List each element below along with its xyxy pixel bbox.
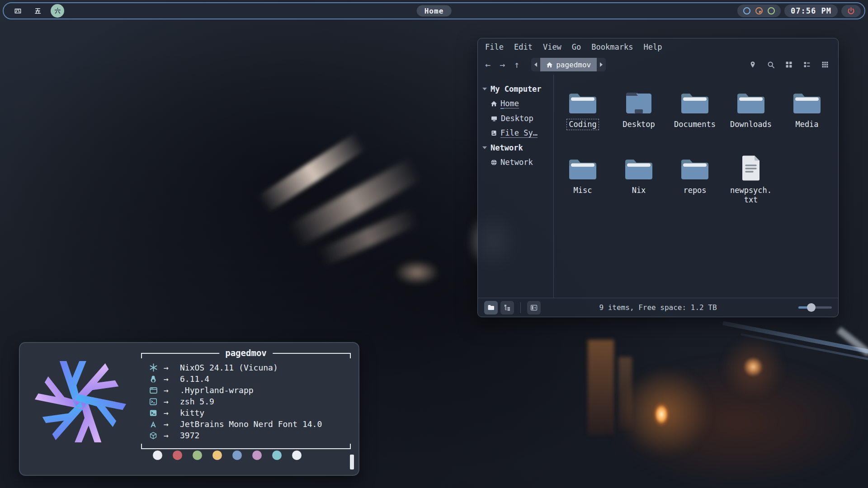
folder-desktop-icon <box>624 84 653 115</box>
sidebar-section-network[interactable]: Network <box>478 141 553 155</box>
palette-dot <box>232 450 242 460</box>
toolbar: ← → ↑ pagedmov <box>478 55 838 75</box>
sidebar-divider <box>553 75 554 298</box>
text-file-icon <box>741 150 761 181</box>
location-pin-icon[interactable] <box>747 59 759 70</box>
file-label: Downloads <box>728 119 774 130</box>
zoom-slider-knob[interactable] <box>807 303 816 312</box>
sidebar-item-filesy[interactable]: File Sy… <box>478 126 553 141</box>
circle-green-icon[interactable] <box>768 7 775 14</box>
status-bar: 9 items, Free space: 1.2 TB <box>478 298 838 317</box>
wallpaper-lantern-panel <box>588 340 614 435</box>
back-button[interactable]: ← <box>485 59 491 70</box>
fetch-value: zsh 5.9 <box>180 397 214 406</box>
file-label: Nix <box>630 185 648 196</box>
arrow-icon: → <box>164 374 180 384</box>
file-item-nix[interactable]: Nix <box>611 150 667 216</box>
path-segment-home[interactable]: pagedmov <box>540 58 597 71</box>
kanji-four-glyph-icon <box>14 7 22 15</box>
power-button[interactable] <box>841 5 861 17</box>
terminal-color-palette <box>153 450 302 460</box>
folder-icon <box>680 84 709 115</box>
sidebar-item-label: File Sy… <box>500 128 538 138</box>
folder-icon <box>568 84 597 115</box>
system-tray[interactable] <box>737 5 781 17</box>
places-pane-toggle[interactable] <box>484 301 498 314</box>
path-scroll-right-button[interactable] <box>597 58 606 71</box>
sidebar-item-label: Network <box>500 158 533 167</box>
sidebar-item-home[interactable]: Home <box>478 96 553 111</box>
fetch-value: 6.11.4 <box>180 374 209 384</box>
file-item-coding[interactable]: Coding <box>555 84 611 150</box>
forward-button[interactable]: → <box>500 59 505 70</box>
kernel-icon <box>149 375 164 383</box>
file-grid: CodingDesktopDocumentsDownloadsMediaMisc… <box>555 84 835 216</box>
workspace-kanji-five[interactable]: 五 <box>31 4 44 18</box>
path-scroll-left-button[interactable] <box>531 58 540 71</box>
file-item-desktop[interactable]: Desktop <box>611 84 667 150</box>
file-item-documents[interactable]: Documents <box>667 84 723 150</box>
sidebar-item-desktop[interactable]: Desktop <box>478 111 553 126</box>
icon-view-icon[interactable] <box>783 59 795 70</box>
wallpaper-lamp-halo <box>722 336 785 399</box>
path-bar: pagedmov <box>531 58 606 71</box>
tree-pane-toggle[interactable] <box>500 301 514 314</box>
fetch-row: →JetBrains Mono Nerd Font 14.0 <box>149 418 348 430</box>
fetch-value: NixOS 24.11 (Vicuna) <box>180 363 278 372</box>
wallpaper-candle-ambience <box>606 357 868 488</box>
file-label: Misc <box>571 185 594 196</box>
zoom-slider[interactable] <box>798 304 832 312</box>
folder-icon <box>568 150 597 181</box>
file-item-downloads[interactable]: Downloads <box>723 84 779 150</box>
font-icon <box>149 420 164 428</box>
compact-view-icon[interactable] <box>819 59 831 70</box>
search-icon[interactable] <box>765 59 777 70</box>
up-button[interactable]: ↑ <box>514 59 519 70</box>
sidebar: My ComputerHomeDesktopFile Sy…NetworkNet… <box>478 75 553 298</box>
fetch-hostname: pagedmov <box>219 348 273 358</box>
sidebar-item-label: Desktop <box>501 114 533 123</box>
palette-dot <box>193 450 202 460</box>
arrow-icon: → <box>164 385 180 395</box>
packages-icon <box>149 432 164 440</box>
menu-file[interactable]: File <box>485 42 504 52</box>
folder-icon <box>793 84 821 115</box>
wallpaper-lamp-glow <box>743 357 763 377</box>
fetch-row: →kitty <box>149 407 348 418</box>
power-icon <box>847 7 855 15</box>
workspaces: 四五六 <box>4 4 64 18</box>
arrow-icon: → <box>164 419 180 429</box>
top-bar: 四五六 Home 07:56 PM <box>3 2 865 19</box>
circle-orange-wedge-icon[interactable] <box>755 7 763 14</box>
folder-icon <box>680 150 709 181</box>
list-view-icon[interactable] <box>801 59 813 70</box>
sidebar-section-label: Network <box>491 143 523 152</box>
sidebar-item-network[interactable]: Network <box>478 155 553 169</box>
menu-edit[interactable]: Edit <box>514 42 533 52</box>
file-item-media[interactable]: Media <box>779 84 835 150</box>
side-pane-toggle[interactable] <box>527 301 541 314</box>
fetch-value: .Hyprland-wrapp <box>180 385 254 395</box>
sidebar-section-my-computer[interactable]: My Computer <box>478 82 553 96</box>
palette-dot <box>212 450 222 460</box>
file-item-repos[interactable]: repos <box>667 150 723 216</box>
menu-bookmarks[interactable]: Bookmarks <box>591 42 633 52</box>
fetch-row: →zsh 5.9 <box>149 396 348 407</box>
workspace-kanji-four[interactable]: 四 <box>11 4 24 18</box>
menu-view[interactable]: View <box>543 42 561 52</box>
clock[interactable]: 07:56 PM <box>784 5 838 17</box>
filesystem-icon <box>491 130 497 136</box>
workspace-kanji-six[interactable]: 六 <box>51 4 64 18</box>
circle-blue-icon[interactable] <box>743 7 750 14</box>
shell-icon <box>149 398 164 406</box>
file-item-newpsych-txt[interactable]: newpsych.txt <box>723 150 779 216</box>
fetch-rows: →NixOS 24.11 (Vicuna)→6.11.4→.Hyprland-w… <box>141 358 351 444</box>
file-label: newpsych.txt <box>727 185 774 206</box>
file-manager-window: FileEditViewGoBookmarksHelp ← → ↑ pagedm… <box>477 38 839 317</box>
menu-help[interactable]: Help <box>643 42 662 52</box>
menu-go[interactable]: Go <box>572 42 581 52</box>
home-icon <box>491 100 497 107</box>
kanji-five-glyph-icon <box>34 7 42 15</box>
file-item-misc[interactable]: Misc <box>555 150 611 216</box>
fetch-info-box: pagedmov →NixOS 24.11 (Vicuna)→6.11.4→.H… <box>141 353 351 449</box>
